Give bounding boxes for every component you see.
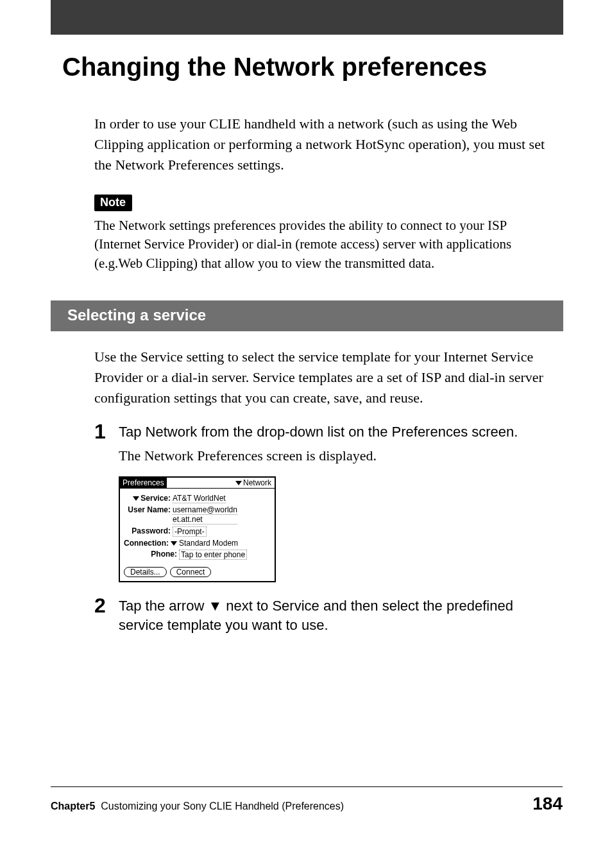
- mock-menu-label: Network: [243, 478, 271, 487]
- note-label: Note: [94, 195, 132, 211]
- page-number: 184: [532, 794, 563, 814]
- connect-button[interactable]: Connect: [170, 567, 212, 577]
- connection-label: Connection:: [124, 539, 169, 548]
- section-intro: Use the Service setting to select the se…: [94, 347, 552, 408]
- step-number: 1: [94, 421, 119, 466]
- mock-title: Preferences: [120, 478, 167, 488]
- mock-category-dropdown[interactable]: Network: [232, 478, 275, 488]
- phone-field[interactable]: Tap to enter phone: [179, 550, 247, 560]
- dropdown-arrow-icon: [133, 496, 139, 501]
- service-label: Service:: [140, 494, 171, 503]
- service-value[interactable]: AT&T WorldNet: [173, 494, 226, 503]
- dropdown-arrow-icon: [171, 541, 177, 546]
- password-label: Password:: [124, 526, 173, 535]
- step-2: 2 Tap the arrow ▼ next to Service and th…: [94, 596, 552, 636]
- page-title: Changing the Network preferences: [62, 53, 563, 82]
- details-button[interactable]: Details...: [124, 567, 167, 577]
- username-field[interactable]: username@worldn et.att.net: [173, 505, 237, 525]
- connection-value: Standard Modem: [179, 539, 238, 548]
- step-result: The Network Preferences screen is displa…: [119, 446, 552, 466]
- chapter-title: Customizing your Sony CLIE Handheld (Pre…: [101, 801, 344, 812]
- username-value-line1: username@worldn: [173, 505, 237, 515]
- note-text: The Network settings preferences provide…: [94, 216, 552, 273]
- step-instruction: Tap the arrow ▼ next to Service and then…: [119, 596, 552, 636]
- page-footer: Chapter5 Customizing your Sony CLIE Hand…: [51, 786, 563, 814]
- step-1: 1 Tap Network from the drop-down list on…: [94, 422, 552, 466]
- password-field[interactable]: -Prompt-: [173, 526, 207, 537]
- step-number: 2: [94, 595, 119, 636]
- username-label: User Name:: [124, 505, 173, 514]
- dropdown-arrow-icon: [235, 481, 242, 485]
- service-row[interactable]: Service:: [124, 494, 173, 503]
- connection-row[interactable]: Connection:: [124, 539, 179, 548]
- section-heading: Selecting a service: [51, 300, 563, 331]
- intro-paragraph: In order to use your CLIE handheld with …: [94, 114, 552, 175]
- step-instruction: Tap Network from the drop-down list on t…: [119, 422, 552, 442]
- page-content: Changing the Network preferences In orde…: [51, 45, 563, 646]
- username-value-line2: et.att.net: [173, 515, 237, 525]
- preferences-screenshot: Preferences Network Service: AT&T WorldN…: [119, 476, 563, 582]
- phone-label: Phone:: [124, 550, 179, 559]
- chapter-label: Chapter5: [51, 801, 95, 812]
- header-bar: [51, 0, 563, 35]
